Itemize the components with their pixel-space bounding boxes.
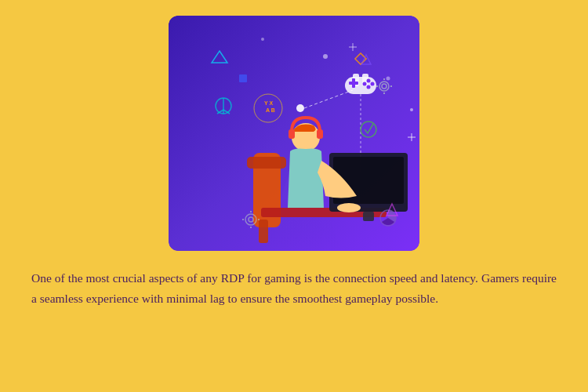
- svg-rect-35: [247, 157, 286, 169]
- svg-text:Y X: Y X: [264, 100, 273, 106]
- description-paragraph: One of the most crucial aspects of any R…: [31, 268, 557, 310]
- gaming-illustration: Y X A B: [169, 16, 419, 251]
- svg-rect-36: [259, 220, 268, 243]
- svg-rect-43: [317, 129, 323, 139]
- svg-rect-20: [352, 78, 355, 88]
- svg-rect-40: [363, 212, 374, 221]
- svg-point-6: [410, 108, 413, 111]
- svg-point-22: [371, 82, 375, 86]
- svg-point-3: [323, 54, 328, 59]
- svg-rect-42: [289, 129, 295, 139]
- svg-point-44: [337, 203, 361, 212]
- svg-point-5: [261, 38, 264, 41]
- svg-point-14: [296, 104, 304, 112]
- svg-point-21: [367, 79, 371, 83]
- svg-text:A B: A B: [266, 107, 275, 113]
- svg-point-23: [363, 82, 367, 86]
- gaming-illustration-container: Y X A B: [169, 16, 419, 251]
- svg-point-24: [367, 85, 371, 89]
- svg-rect-53: [239, 74, 247, 82]
- description-text: One of the most crucial aspects of any R…: [31, 268, 557, 310]
- svg-point-4: [387, 77, 390, 81]
